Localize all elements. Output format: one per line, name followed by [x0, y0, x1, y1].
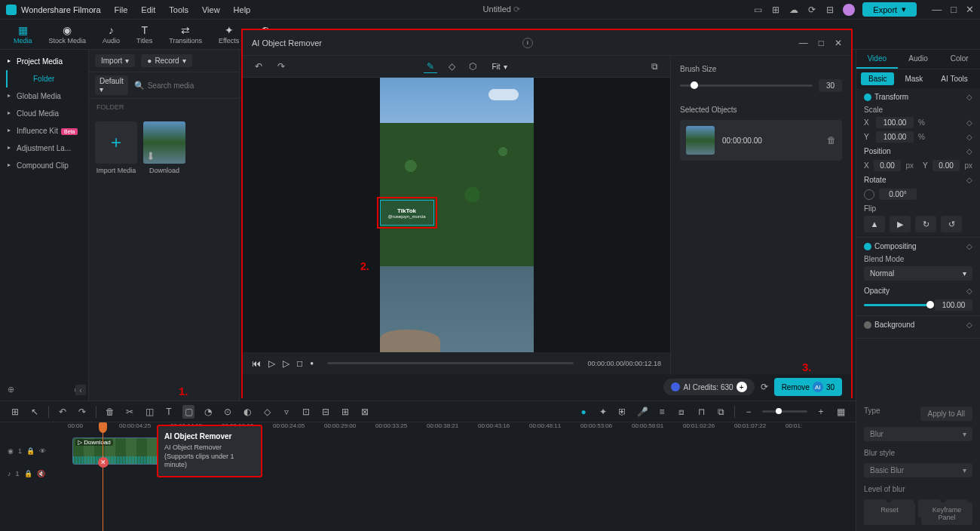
- tl-redo-icon[interactable]: ↷: [76, 407, 88, 417]
- brush-size-slider[interactable]: [680, 84, 813, 87]
- tl-speed-icon[interactable]: ⊙: [222, 407, 234, 417]
- subtab-basic[interactable]: Basic: [861, 72, 894, 85]
- keyframe-panel-button[interactable]: Keyframe Panel: [921, 502, 972, 525]
- subtab-mask[interactable]: Mask: [897, 72, 930, 85]
- record-dropdown[interactable]: ● Record ▾: [141, 54, 191, 67]
- tl-shield-icon[interactable]: ⛨: [617, 407, 629, 417]
- selection-box[interactable]: TikTok @rosejoyn_murcia: [377, 197, 437, 229]
- tl-track2-icon[interactable]: ⊟: [320, 407, 332, 417]
- library-icon[interactable]: ⊞: [770, 5, 781, 15]
- tl-delete-icon[interactable]: 🗑: [104, 407, 116, 417]
- playhead[interactable]: [103, 422, 103, 531]
- new-folder-icon[interactable]: ⊕: [8, 385, 14, 394]
- tl-mic-icon[interactable]: 🎤: [636, 407, 648, 417]
- tl-cursor-icon[interactable]: ↖: [29, 407, 41, 417]
- screen-icon[interactable]: ▭: [752, 5, 763, 15]
- stop-icon[interactable]: □: [297, 358, 302, 369]
- progress-bar[interactable]: [327, 362, 574, 364]
- tl-zoom-slider[interactable]: [762, 410, 807, 413]
- selected-object-item[interactable]: 00:00:00.00 🗑: [680, 120, 842, 161]
- pos-y-input[interactable]: 0.00: [933, 160, 960, 171]
- tl-keyframe-icon[interactable]: ◇: [261, 407, 273, 417]
- redo-icon[interactable]: ↷: [274, 60, 288, 73]
- tab-media[interactable]: ▦Media: [9, 23, 37, 46]
- compare-icon[interactable]: ⧉: [648, 60, 661, 73]
- tl-undo-icon[interactable]: ↶: [57, 407, 69, 417]
- pos-x-input[interactable]: 0.00: [874, 160, 902, 171]
- tab-audio[interactable]: ♪Audio: [98, 23, 124, 46]
- tab-titles[interactable]: TTitles: [132, 23, 157, 46]
- info-icon[interactable]: i: [522, 38, 533, 48]
- tab-transitions[interactable]: ⇄Transitions: [164, 23, 207, 46]
- tl-mixer-icon[interactable]: ≡: [656, 407, 668, 417]
- ai-credits-badge[interactable]: AI Credits: 630+: [663, 379, 754, 395]
- dialog-maximize[interactable]: □: [819, 38, 824, 48]
- eraser-tool-icon[interactable]: ◇: [445, 60, 458, 73]
- tl-magnet-icon[interactable]: ⊓: [695, 407, 707, 417]
- tl-snap-icon[interactable]: ⧈: [675, 407, 688, 417]
- section-transform[interactable]: Transform: [874, 93, 908, 101]
- tl-text-icon[interactable]: T: [163, 407, 175, 417]
- refresh-icon[interactable]: ⟳: [761, 382, 768, 392]
- play-icon[interactable]: ▷: [268, 358, 275, 369]
- brush-size-value[interactable]: 30: [819, 79, 842, 92]
- keyframe-icon[interactable]: ◇: [966, 93, 972, 101]
- flip-h-button[interactable]: ▲: [864, 216, 885, 232]
- sidebar-compound-clip[interactable]: Compound Clip: [0, 157, 88, 174]
- user-avatar[interactable]: [843, 4, 855, 16]
- sort-dropdown[interactable]: Default ▾: [95, 75, 128, 95]
- menu-file[interactable]: File: [115, 5, 128, 14]
- timeline-ruler[interactable]: 00:0000:00:04:2500:00:14:1500:00:19:1000…: [0, 422, 856, 436]
- tl-view-icon[interactable]: ▦: [835, 407, 847, 417]
- tl-track3-icon[interactable]: ⊞: [339, 407, 351, 417]
- tl-color-icon[interactable]: ◐: [241, 407, 253, 417]
- tl-track4-icon[interactable]: ⊠: [359, 407, 371, 417]
- tl-green-icon[interactable]: ●: [577, 407, 590, 417]
- next-frame-icon[interactable]: ▷: [283, 358, 289, 369]
- brush-tool-icon[interactable]: ✎: [424, 60, 437, 73]
- sync-icon[interactable]: ⟳: [807, 5, 817, 15]
- loop-icon[interactable]: ●: [310, 360, 314, 367]
- opacity-slider[interactable]: [864, 304, 930, 306]
- tl-track1-icon[interactable]: ⊡: [300, 407, 312, 417]
- sidebar-project-media[interactable]: Project Media: [0, 53, 88, 70]
- subtab-ai-tools[interactable]: AI Tools: [933, 72, 975, 85]
- scale-x-input[interactable]: 100.00: [876, 117, 914, 128]
- tl-sparkle-icon[interactable]: ✦: [597, 407, 609, 417]
- tl-split-icon[interactable]: ✂: [124, 407, 136, 417]
- menu-view[interactable]: View: [202, 5, 220, 14]
- tl-select-icon[interactable]: ⊞: [9, 407, 21, 417]
- remove-button[interactable]: RemoveAI30: [774, 378, 842, 396]
- search-input[interactable]: [148, 81, 243, 90]
- tl-marker-icon[interactable]: ▿: [280, 407, 292, 417]
- download-media-card[interactable]: ⬇ Download: [143, 121, 185, 174]
- menu-tools[interactable]: Tools: [169, 5, 188, 14]
- export-button[interactable]: Export▾: [862, 2, 917, 17]
- rotate-input[interactable]: 0.00°: [879, 189, 917, 200]
- apply-to-all-button[interactable]: Apply to All: [920, 407, 972, 421]
- tl-link-icon[interactable]: ⧉: [715, 407, 727, 417]
- inspector-tab-video[interactable]: Video: [856, 50, 898, 69]
- type-dropdown[interactable]: Blur▾: [864, 427, 972, 441]
- inspector-tab-color[interactable]: Color: [939, 50, 980, 69]
- maximize-button[interactable]: □: [951, 4, 957, 15]
- section-compositing[interactable]: Compositing: [874, 242, 917, 250]
- collapse-sidebar-icon[interactable]: ‹: [75, 385, 86, 395]
- zoom-fit-dropdown[interactable]: Fit ▾: [487, 61, 511, 72]
- apps-icon[interactable]: ⊟: [825, 5, 835, 15]
- tl-zoom-out-icon[interactable]: −: [743, 407, 755, 417]
- tab-effects[interactable]: ✦Effects: [214, 23, 243, 46]
- menu-edit[interactable]: Edit: [141, 5, 155, 14]
- dialog-minimize[interactable]: —: [799, 38, 808, 48]
- import-dropdown[interactable]: Import ▾: [95, 54, 135, 67]
- dialog-close[interactable]: ✕: [835, 38, 842, 48]
- sidebar-adjustment-layer[interactable]: Adjustment La...: [0, 140, 88, 157]
- prev-frame-icon[interactable]: ⏮: [252, 358, 261, 369]
- preview-canvas[interactable]: TikTok @rosejoyn_murcia 2.: [243, 78, 670, 352]
- sidebar-folder[interactable]: Folder: [6, 70, 88, 87]
- close-button[interactable]: ✕: [966, 4, 974, 15]
- reset-button[interactable]: Reset: [864, 502, 915, 525]
- scale-y-input[interactable]: 100.00: [876, 131, 914, 143]
- inspector-tab-audio[interactable]: Audio: [898, 50, 939, 69]
- rotate-cw-button[interactable]: ↻: [915, 216, 936, 232]
